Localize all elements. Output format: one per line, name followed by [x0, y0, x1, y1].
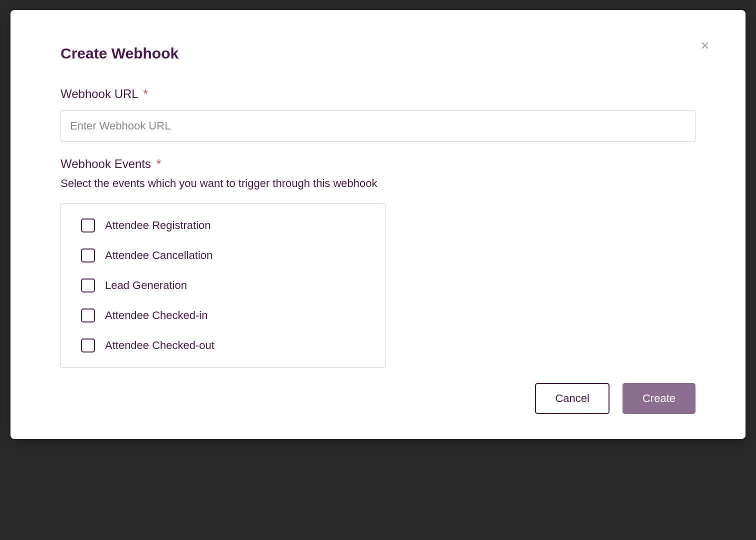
event-label[interactable]: Lead Generation	[105, 279, 187, 292]
required-marker: *	[156, 157, 161, 170]
event-label[interactable]: Attendee Registration	[105, 219, 211, 232]
checkbox-attendee-registration[interactable]	[81, 218, 95, 232]
webhook-url-label-text: Webhook URL	[60, 87, 138, 100]
checkbox-attendee-cancellation[interactable]	[81, 248, 95, 262]
modal-title: Create Webhook	[60, 45, 696, 62]
event-item-attendee-checked-out: Attendee Checked-out	[81, 338, 365, 352]
webhook-url-group: Webhook URL *	[60, 87, 696, 142]
event-item-attendee-cancellation: Attendee Cancellation	[81, 248, 365, 262]
event-label[interactable]: Attendee Checked-in	[105, 309, 208, 322]
close-button[interactable]	[700, 40, 710, 52]
webhook-events-description: Select the events which you want to trig…	[60, 177, 696, 190]
create-webhook-modal: Create Webhook Webhook URL * Webhook Eve…	[10, 10, 746, 439]
create-button[interactable]: Create	[622, 383, 696, 414]
required-marker: *	[143, 87, 148, 100]
event-item-attendee-checked-in: Attendee Checked-in	[81, 308, 365, 322]
events-list: Attendee Registration Attendee Cancellat…	[60, 203, 386, 368]
checkbox-lead-generation[interactable]	[81, 278, 95, 292]
checkbox-attendee-checked-out[interactable]	[81, 338, 95, 352]
webhook-events-group: Webhook Events * Select the events which…	[60, 157, 696, 368]
checkbox-attendee-checked-in[interactable]	[81, 308, 95, 322]
close-icon	[700, 40, 710, 51]
event-item-attendee-registration: Attendee Registration	[81, 218, 365, 232]
event-item-lead-generation: Lead Generation	[81, 278, 365, 292]
cancel-button[interactable]: Cancel	[535, 383, 609, 414]
webhook-events-label: Webhook Events *	[60, 157, 696, 171]
event-label[interactable]: Attendee Cancellation	[105, 249, 212, 262]
modal-footer: Cancel Create	[60, 383, 696, 414]
webhook-url-input[interactable]	[60, 110, 696, 142]
event-label[interactable]: Attendee Checked-out	[105, 339, 214, 352]
webhook-events-label-text: Webhook Events	[60, 157, 151, 170]
webhook-url-label: Webhook URL *	[60, 87, 696, 101]
